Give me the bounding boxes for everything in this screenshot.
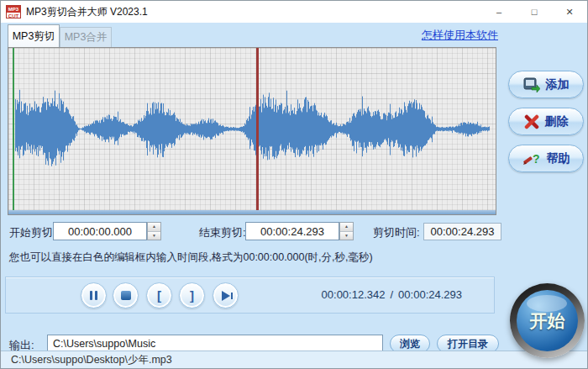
start-cut-spin-down-icon[interactable]: ▼ (148, 231, 160, 240)
loaded-file-path: C:\Users\suppo\Desktop\少年.mp3 (11, 353, 172, 367)
app-logo-top: MP3 (7, 6, 20, 13)
close-button[interactable]: ✕ (552, 1, 587, 23)
maximize-button[interactable]: □ (517, 1, 552, 23)
start-button-face: 开始 (517, 290, 578, 351)
window-controls: – □ ✕ (481, 1, 587, 23)
minimize-button[interactable]: – (481, 1, 517, 23)
delete-button-label: 删除 (545, 114, 569, 129)
mark-start-icon: [ (157, 289, 161, 302)
stop-button[interactable] (113, 282, 139, 308)
end-cut-spin-down-icon[interactable]: ▼ (340, 231, 353, 240)
current-time: 00:00:12.342 (322, 288, 386, 301)
total-time: 00:00:24.293 (398, 288, 462, 301)
play-icon-bar (231, 293, 233, 299)
add-button[interactable]: 添加 (508, 71, 584, 98)
tab-mp3-merge[interactable]: MP3合并 (60, 27, 112, 47)
delete-button[interactable]: 删除 (508, 108, 584, 135)
start-cut-label: 开始剪切: (9, 225, 56, 240)
help-link[interactable]: 怎样使用本软件 (422, 28, 498, 43)
window-title: MP3剪切合并大师 V2023.1 (26, 5, 148, 19)
end-cut-spinner: ▲ ▼ (339, 222, 354, 240)
pause-button[interactable] (81, 282, 107, 308)
help-button[interactable]: ? 帮助 (508, 145, 584, 172)
start-cut-spinner: ▲ ▼ (147, 222, 161, 240)
help-button-label: 帮助 (547, 151, 570, 166)
app-logo-icon: MP3 CUT (6, 5, 21, 18)
tab-mp3-cut[interactable]: MP3剪切 (8, 24, 60, 47)
time-separator: / (390, 288, 393, 301)
start-button-label: 开始 (530, 309, 565, 333)
cut-duration-label: 剪切时间: (373, 225, 420, 240)
stop-icon (121, 291, 131, 300)
delete-icon (524, 114, 539, 129)
help-icon: ? (522, 151, 541, 166)
add-button-label: 添加 (546, 77, 570, 92)
end-cut-input[interactable] (245, 222, 339, 240)
pause-icon (90, 291, 97, 300)
mark-end-button[interactable]: ] (179, 282, 205, 308)
start-button[interactable]: 开始 (510, 283, 585, 358)
play-icon (222, 291, 230, 301)
cut-duration-value: 00:00:24.293 (423, 223, 501, 240)
end-cut-label: 结束剪切: (199, 225, 246, 240)
app-logo-bottom: CUT (7, 13, 20, 19)
mark-start-button[interactable]: [ (146, 282, 172, 308)
svg-text:?: ? (533, 152, 540, 166)
play-selection-button[interactable] (213, 282, 239, 308)
player-time-display: 00:00:12.342 / 00:00:24.293 (322, 288, 462, 301)
waveform-panel (8, 47, 496, 215)
waveform-bottom-strip (8, 210, 496, 214)
hint-text: 您也可以直接在白色的编辑框内输入时间段,格式为00:00:00.000(时,分,… (9, 250, 373, 265)
waveform-canvas[interactable] (8, 48, 496, 210)
status-bar: C:\Users\suppo\Desktop\少年.mp3 (1, 351, 587, 368)
app-window: MP3 CUT MP3剪切合并大师 V2023.1 – □ ✕ MP3剪切 MP… (0, 0, 588, 369)
end-cut-spin-up-icon[interactable]: ▲ (340, 223, 353, 231)
start-cut-spin-up-icon[interactable]: ▲ (148, 223, 160, 231)
add-file-icon (523, 77, 540, 92)
player-panel: [ ] 00:00:12.342 / 00:00:24.293 (5, 277, 495, 314)
start-cut-input[interactable] (53, 222, 147, 240)
title-bar: MP3 CUT MP3剪切合并大师 V2023.1 – □ ✕ (1, 1, 587, 23)
mark-end-icon: ] (190, 289, 194, 302)
